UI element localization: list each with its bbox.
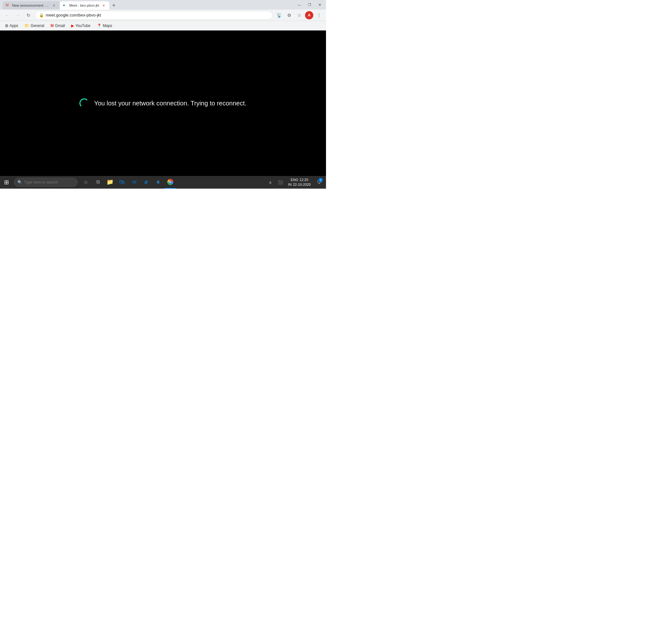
bookmark-gmail[interactable]: M Gmail [48, 23, 67, 29]
menu-icon[interactable]: ⋮ [315, 11, 323, 20]
search-input[interactable] [24, 180, 74, 185]
start-button[interactable]: ⊞ [0, 176, 13, 189]
folder-icon: 📁 [24, 24, 29, 28]
toolbar-icons: 📡 ⚙ ☆ A ⋮ [274, 11, 323, 20]
bookmarks-bar: ⊞ Apps 📁 General M Gmail ▶ YouTube 📍 Map… [0, 21, 326, 30]
tray-monitor-icon[interactable]: ⬛ [276, 176, 285, 189]
reload-button[interactable]: ↻ [24, 11, 33, 20]
forward-button[interactable]: → [13, 11, 22, 20]
taskbar-app-chrome[interactable] [165, 176, 176, 189]
search-box[interactable]: 🔍 [14, 178, 78, 187]
tray-chevron[interactable]: ∧ [266, 176, 275, 189]
window-controls: — ❐ ✕ [296, 2, 323, 7]
svg-point-4 [170, 181, 171, 183]
main-content: You lost your network connection. Trying… [0, 30, 326, 176]
lock-icon: 🔒 [39, 13, 44, 18]
taskbar-apps: ○ ⧉ 📁 🛍 ✉ e e [80, 176, 176, 189]
taskbar: ⊞ 🔍 ○ ⧉ 📁 🛍 ✉ e e [0, 176, 326, 189]
bookmark-apps-label: Apps [9, 24, 18, 28]
tab-favicon-gmail: M [6, 3, 10, 8]
tab-close-gmail[interactable]: ✕ [52, 3, 57, 8]
bookmark-general-label: General [30, 24, 44, 28]
taskbar-app-edge[interactable]: e [140, 176, 152, 189]
taskbar-app-cortana[interactable]: ○ [80, 176, 91, 189]
reconnect-text: You lost your network connection. Trying… [94, 100, 247, 107]
tab-label-meet: Meet - bex-pbvo-jkt [69, 3, 99, 7]
cast-icon[interactable]: 📡 [274, 11, 283, 20]
loading-spinner [79, 99, 89, 108]
taskbar-right: ∧ ⬛ ENG 12:20 IN 22-10-2020 🗨 2 [266, 176, 326, 189]
bookmark-general[interactable]: 📁 General [22, 23, 47, 29]
youtube-icon: ▶ [71, 24, 74, 28]
tab-favicon-meet: ● [63, 3, 67, 8]
clock-time: 12:20 [300, 177, 308, 182]
chrome-icon [167, 179, 173, 185]
maximize-button[interactable]: ❐ [306, 2, 313, 7]
reconnect-message: You lost your network connection. Trying… [79, 99, 247, 108]
title-bar: M New announcement: "Good afte... ✕ ● Me… [0, 0, 326, 9]
address-box[interactable]: 🔒 meet.google.com/bex-pbvo-jkt [35, 11, 273, 20]
taskbar-app-explorer[interactable]: 📁 [104, 176, 116, 189]
minimize-button[interactable]: — [296, 2, 303, 7]
clock-date: 22-10-2020 [293, 182, 311, 187]
bookmark-star-icon[interactable]: ☆ [295, 11, 304, 20]
taskbar-app-ie[interactable]: e [153, 176, 164, 189]
apps-grid-icon: ⊞ [5, 24, 8, 28]
bookmark-maps-label: Maps [103, 24, 112, 28]
notification-button[interactable]: 🗨 2 [314, 176, 324, 189]
tab-close-meet[interactable]: ✕ [101, 3, 106, 8]
gmail-favicon-icon: M [51, 24, 54, 28]
bookmark-youtube-label: YouTube [75, 24, 90, 28]
taskbar-app-taskview[interactable]: ⧉ [92, 176, 104, 189]
maps-icon: 📍 [97, 24, 102, 28]
bookmark-maps[interactable]: 📍 Maps [94, 23, 115, 29]
bookmark-gmail-label: Gmail [55, 24, 65, 28]
notification-badge: 2 [318, 178, 323, 182]
language-secondary: IN [288, 182, 292, 187]
clock-area[interactable]: ENG 12:20 IN 22-10-2020 [286, 176, 313, 189]
close-button[interactable]: ✕ [316, 2, 323, 7]
url-text: meet.google.com/bex-pbvo-jkt [46, 13, 269, 18]
tab-label-gmail: New announcement: "Good afte... [12, 3, 50, 7]
bookmark-youtube[interactable]: ▶ YouTube [69, 23, 93, 29]
tabs-area: M New announcement: "Good afte... ✕ ● Me… [3, 0, 118, 9]
settings-icon[interactable]: ⚙ [285, 11, 294, 20]
bookmark-apps[interactable]: ⊞ Apps [3, 23, 21, 29]
new-tab-button[interactable]: + [109, 1, 118, 9]
tab-meet[interactable]: ● Meet - bex-pbvo-jkt ✕ [60, 1, 109, 9]
address-bar-row: ← → ↻ 🔒 meet.google.com/bex-pbvo-jkt 📡 ⚙… [0, 9, 326, 21]
taskbar-app-mail[interactable]: ✉ [128, 176, 140, 189]
browser-window: M New announcement: "Good afte... ✕ ● Me… [0, 0, 326, 189]
tab-gmail[interactable]: M New announcement: "Good afte... ✕ [3, 1, 60, 9]
language-primary: ENG [291, 177, 298, 182]
account-avatar[interactable]: A [305, 11, 313, 19]
back-button[interactable]: ← [3, 11, 11, 20]
taskbar-app-store[interactable]: 🛍 [116, 176, 128, 189]
search-icon: 🔍 [18, 180, 22, 185]
